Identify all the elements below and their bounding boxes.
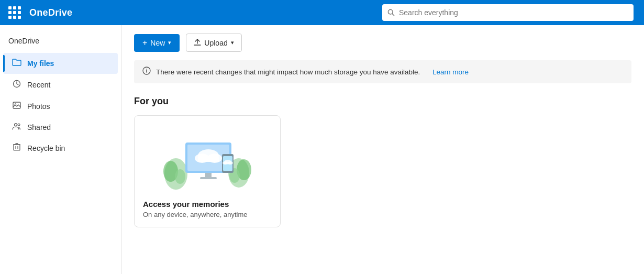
info-banner: There were recent changes that might imp…	[134, 60, 631, 83]
people-icon	[12, 123, 22, 132]
new-button[interactable]: + New ▾	[134, 34, 180, 52]
sidebar-item-shared[interactable]: Shared	[3, 117, 118, 137]
plus-icon: +	[142, 38, 147, 48]
svg-rect-28	[205, 173, 212, 177]
upload-icon	[194, 38, 201, 47]
upload-button[interactable]: Upload ▾	[186, 34, 241, 52]
sidebar-item-photos[interactable]: Photos	[3, 96, 118, 117]
card-illustration	[143, 124, 272, 192]
for-you-title: For you	[134, 96, 631, 107]
waffle-menu-button[interactable]	[6, 4, 23, 21]
waffle-icon	[8, 6, 21, 19]
new-chevron-icon: ▾	[168, 39, 171, 46]
content-area: + New ▾ Upload ▾	[121, 25, 644, 274]
cards-row: Access your memories On any device, anyw…	[134, 115, 631, 227]
photo-icon	[12, 101, 22, 112]
svg-rect-7	[14, 145, 20, 150]
svg-rect-27	[198, 157, 219, 162]
card-subtitle: On any device, anywhere, anytime	[143, 211, 272, 218]
svg-point-15	[146, 69, 147, 70]
sidebar-label-photos: Photos	[27, 102, 50, 111]
memories-card[interactable]: Access your memories On any device, anyw…	[134, 115, 281, 227]
svg-point-5	[15, 124, 17, 126]
sidebar-item-my-files[interactable]: My files	[3, 53, 118, 74]
new-button-label: New	[150, 39, 165, 47]
sidebar-item-recent[interactable]: Recent	[3, 74, 118, 95]
main-layout: OneDrive My files Recent	[0, 25, 644, 274]
sidebar-label-recent: Recent	[27, 81, 50, 89]
toolbar: + New ▾ Upload ▾	[134, 34, 631, 52]
search-icon	[387, 9, 395, 16]
svg-point-6	[18, 124, 20, 126]
sidebar-app-title: OneDrive	[0, 31, 121, 52]
svg-rect-29	[200, 177, 217, 179]
app-title: OneDrive	[29, 7, 72, 18]
search-bar[interactable]	[382, 4, 634, 21]
sidebar-label-my-files: My files	[27, 59, 54, 68]
svg-point-4	[15, 104, 16, 105]
upload-chevron-icon: ▾	[231, 39, 234, 46]
for-you-section: For you	[134, 96, 631, 227]
trash-icon	[12, 143, 22, 154]
card-title: Access your memories	[143, 200, 272, 209]
svg-point-18	[175, 169, 185, 184]
learn-more-link[interactable]: Learn more	[432, 68, 469, 76]
svg-rect-3	[13, 102, 20, 108]
sidebar-item-recycle-bin[interactable]: Recycle bin	[3, 138, 118, 159]
search-input[interactable]	[399, 8, 628, 17]
sidebar-label-shared: Shared	[27, 123, 51, 131]
sidebar-label-recycle-bin: Recycle bin	[27, 144, 65, 152]
topbar: OneDrive	[0, 0, 644, 25]
banner-message: There were recent changes that might imp…	[156, 68, 420, 76]
folder-icon	[12, 58, 22, 69]
svg-line-1	[392, 14, 394, 16]
clock-icon	[12, 80, 22, 90]
info-icon	[142, 67, 151, 77]
svg-rect-35	[224, 162, 231, 165]
sidebar: OneDrive My files Recent	[0, 25, 121, 274]
upload-button-label: Upload	[204, 39, 227, 47]
